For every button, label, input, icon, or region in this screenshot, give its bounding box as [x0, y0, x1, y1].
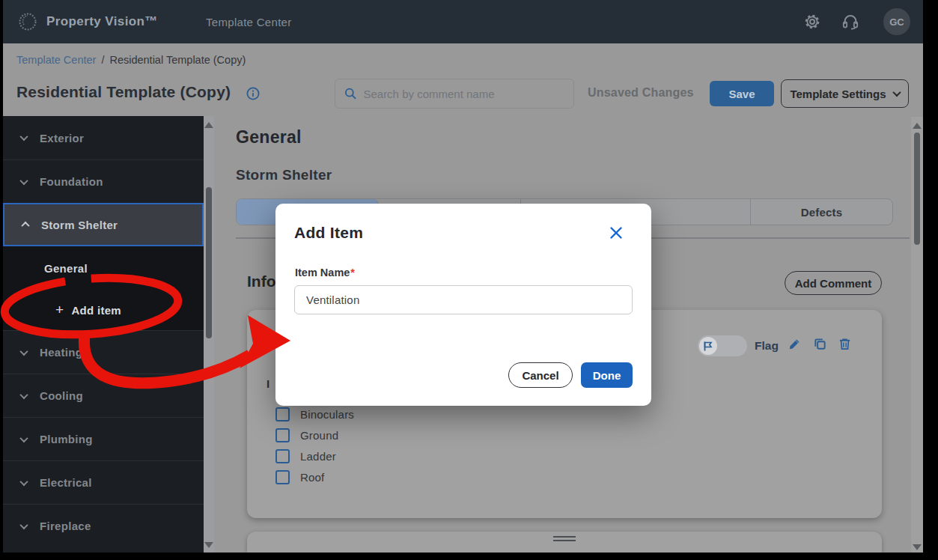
chevron-down-icon: [19, 520, 28, 529]
sidebar-scroll-up-arrow[interactable]: [204, 122, 213, 128]
checkbox-label: Binoculars: [300, 408, 354, 421]
next-comment-card: [247, 532, 882, 553]
checkbox-ladder[interactable]: [275, 449, 290, 463]
flag-toggle-knob: [699, 337, 717, 355]
chevron-down-icon: [19, 133, 28, 141]
sidebar-item-plumbing[interactable]: Plumbing: [3, 417, 204, 460]
sidebar-item-foundation[interactable]: Foundation: [3, 159, 204, 203]
save-button[interactable]: Save: [710, 81, 774, 106]
modal-title: Add Item: [294, 224, 363, 242]
search-box: [335, 79, 574, 109]
sidebar-item-label: Foundation: [40, 175, 103, 188]
search-input[interactable]: [363, 88, 564, 100]
sidebar: Exterior Foundation Storm Shelter Genera…: [3, 116, 204, 553]
section-heading: General: [236, 127, 302, 147]
checklist-row: Ground: [275, 428, 338, 442]
information-heading-partial: Info: [247, 273, 275, 290]
frame-left: [0, 0, 3, 560]
checkbox-ground[interactable]: [275, 428, 290, 442]
sidebar-item-exterior[interactable]: Exterior: [3, 116, 204, 159]
flag-toggle[interactable]: [698, 335, 747, 356]
checkbox-label: Roof: [300, 471, 325, 484]
checkbox-binoculars[interactable]: [275, 407, 290, 421]
sidebar-item-label: Exterior: [40, 132, 84, 144]
chevron-down-icon: [19, 390, 28, 398]
item-name-input[interactable]: [294, 285, 633, 314]
required-asterisk: *: [350, 267, 355, 279]
trash-icon[interactable]: [838, 337, 852, 351]
checklist-row: Binoculars: [275, 407, 354, 421]
avatar[interactable]: GC: [883, 8, 910, 35]
search-icon: [344, 87, 356, 100]
template-settings-button[interactable]: Template Settings: [781, 79, 909, 108]
sidebar-item-label: Electrical: [40, 476, 92, 489]
duplicate-icon[interactable]: [813, 337, 827, 351]
add-item-modal: Add Item Item Name* Cancel Done: [275, 204, 651, 406]
breadcrumb-separator: /: [101, 54, 104, 66]
drag-handle[interactable]: [553, 536, 576, 544]
unsaved-changes-status: Unsaved Changes: [588, 86, 694, 100]
sidebar-add-item-button[interactable]: + Add item: [3, 290, 204, 330]
add-item-label: Add item: [71, 304, 121, 317]
sidebar-item-electrical[interactable]: Electrical: [3, 460, 204, 504]
chevron-up-icon: [21, 222, 29, 230]
topnav-template-center[interactable]: Template Center: [206, 0, 292, 43]
cancel-button[interactable]: Cancel: [508, 362, 573, 388]
chevron-down-icon: [19, 433, 28, 442]
sidebar-item-cooling[interactable]: Cooling: [3, 374, 204, 417]
breadcrumb-current: Residential Template (Copy): [109, 54, 246, 66]
chevron-down-icon: [19, 347, 28, 355]
main-scroll-up-arrow[interactable]: [913, 123, 922, 129]
chevron-down-icon: [892, 88, 901, 97]
sidebar-item-storm-shelter[interactable]: Storm Shelter: [3, 203, 204, 246]
main-scrollbar-thumb[interactable]: [914, 133, 920, 245]
sidebar-item-label: Storm Shelter: [41, 219, 118, 231]
breadcrumb-link[interactable]: Template Center: [16, 54, 96, 66]
done-button[interactable]: Done: [581, 362, 633, 388]
sidebar-item-label: Cooling: [40, 389, 83, 402]
checkbox-label: Ladder: [300, 450, 336, 463]
headset-icon[interactable]: [841, 13, 859, 31]
page-title: Residential Template (Copy): [16, 83, 231, 101]
card-label-partial: I: [267, 377, 269, 390]
chevron-down-icon: [19, 176, 28, 184]
sidebar-item-label: Fireplace: [40, 520, 91, 532]
brand-logo-icon: [18, 12, 37, 31]
flag-icon: [703, 341, 713, 352]
flag-label: Flag: [755, 339, 779, 353]
frame-bottom: [0, 553, 938, 560]
brand-title: Property Vision™: [46, 0, 158, 43]
item-name-label-text: Item Name: [295, 267, 350, 279]
tab-defects[interactable]: Defects: [751, 199, 892, 225]
sidebar-item-label: Heating: [40, 346, 82, 359]
sidebar-item-heating[interactable]: Heating: [3, 330, 204, 374]
checkbox-label: Ground: [300, 429, 338, 442]
chevron-down-icon: [19, 477, 28, 485]
template-settings-label: Template Settings: [790, 88, 886, 100]
plus-icon: +: [55, 302, 64, 318]
checklist-row: Ladder: [275, 449, 336, 463]
edit-pencil-icon[interactable]: [788, 337, 802, 351]
section-subheading: Storm Shelter: [236, 167, 332, 183]
add-comment-button[interactable]: Add Comment: [785, 271, 882, 295]
sidebar-storm-shelter-children: General + Add item: [3, 246, 204, 330]
topbar: Property Vision™ Template Center GC: [0, 0, 923, 43]
breadcrumb: Template Center / Residential Template (…: [16, 54, 246, 66]
checklist-row: Roof: [275, 470, 325, 484]
item-name-label: Item Name*: [295, 267, 355, 279]
app-screen: Property Vision™ Template Center GC Temp…: [0, 0, 938, 560]
sidebar-scroll-down-arrow[interactable]: [204, 542, 213, 548]
sidebar-scrollbar-thumb[interactable]: [206, 187, 212, 338]
close-icon[interactable]: [609, 226, 623, 240]
main-scroll-down-arrow[interactable]: [913, 544, 922, 550]
checkbox-roof[interactable]: [275, 470, 290, 484]
frame-right: [923, 0, 938, 560]
sidebar-subitem-general[interactable]: General: [3, 246, 204, 290]
sidebar-item-label: Plumbing: [40, 433, 93, 445]
gear-icon[interactable]: [803, 13, 821, 31]
sidebar-item-fireplace[interactable]: Fireplace: [3, 504, 204, 547]
info-icon[interactable]: [246, 87, 260, 100]
